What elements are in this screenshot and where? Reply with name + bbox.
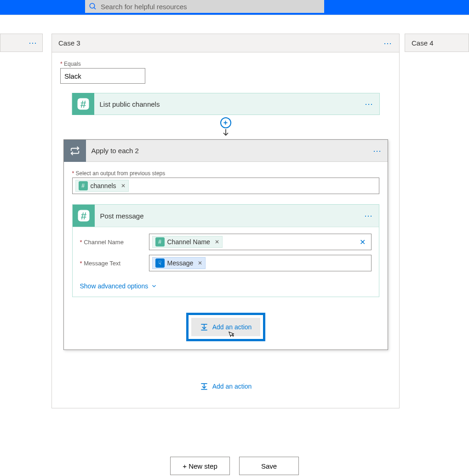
case-title: Case 3 [58, 39, 80, 47]
slack-icon: # [72, 93, 94, 115]
channel-name-input[interactable]: # Channel Name ✕ ✕ [149, 234, 372, 250]
token-label: Message [167, 259, 194, 267]
svg-text:#: # [80, 210, 86, 222]
close-icon[interactable]: ✕ [215, 239, 219, 245]
add-action-outer-button[interactable]: Add an action [200, 382, 252, 390]
post-message-header[interactable]: # Post message ⋯ [73, 205, 379, 227]
token-channel-name[interactable]: # Channel Name ✕ [152, 236, 223, 248]
svg-text:#: # [80, 98, 86, 110]
search-input[interactable]: Search for helpful resources [85, 0, 324, 13]
cursor-icon [227, 330, 235, 339]
svg-line-1 [94, 7, 96, 9]
message-text-input[interactable]: ☟ Message ✕ [149, 255, 372, 271]
ellipsis-icon[interactable]: ⋯ [383, 41, 393, 46]
close-icon[interactable]: ✕ [198, 260, 202, 266]
advanced-label: Show advanced options [80, 282, 149, 290]
message-text-label: Message Text [80, 260, 149, 267]
case-next-card[interactable]: Case 4 [405, 34, 469, 52]
chevron-down-icon [151, 283, 157, 289]
add-action-icon [200, 323, 209, 331]
add-action-label: Add an action [212, 383, 252, 390]
token-label: channels [91, 182, 116, 189]
equals-input[interactable] [60, 68, 145, 84]
apply-to-each-container: Apply to each 2 ⋯ Select an output from … [63, 139, 388, 350]
slack-icon: # [155, 237, 165, 247]
apply-header[interactable]: Apply to each 2 ⋯ [64, 140, 388, 162]
step-list-public-channels[interactable]: # List public channels ⋯ [72, 93, 380, 115]
clear-icon[interactable]: ✕ [357, 238, 368, 247]
dynamic-content-icon: ☟ [155, 258, 165, 268]
ellipsis-icon[interactable]: ⋯ [373, 149, 388, 153]
channel-name-label: Channel Name [80, 239, 149, 246]
case-prev-card[interactable]: ⋯ [0, 34, 43, 52]
ellipsis-icon[interactable]: ⋯ [29, 40, 38, 45]
search-placeholder: Search for helpful resources [101, 3, 187, 11]
save-button[interactable]: Save [239, 457, 299, 475]
flow-canvas: ⋯ Case 4 Case 3 ⋯ Equals # List public c… [0, 34, 469, 475]
ellipsis-icon[interactable]: ⋯ [365, 102, 379, 106]
show-advanced-options[interactable]: Show advanced options [80, 282, 158, 290]
token-channels[interactable]: # channels ✕ [75, 180, 129, 192]
slack-icon: # [73, 205, 95, 227]
close-icon[interactable]: ✕ [121, 183, 126, 189]
loop-icon [64, 140, 86, 162]
svg-point-0 [90, 3, 95, 8]
add-action-inner-button[interactable]: Add an action [191, 318, 260, 336]
footer-buttons: + New step Save [0, 457, 469, 475]
step-title: List public channels [94, 100, 365, 108]
search-icon [89, 2, 97, 11]
token-message[interactable]: ☟ Message ✕ [152, 257, 206, 269]
add-step-icon[interactable]: + [220, 117, 231, 128]
arrow-down-icon [221, 128, 230, 138]
new-step-button[interactable]: + New step [170, 457, 230, 475]
select-output-input[interactable]: # channels ✕ [72, 178, 379, 194]
case-main-card: Case 3 ⋯ Equals # List public channels ⋯… [51, 34, 400, 408]
add-action-highlight: Add an action [186, 313, 265, 341]
token-label: Channel Name [167, 238, 210, 246]
add-action-icon [200, 382, 209, 390]
slack-icon: # [79, 181, 88, 190]
post-message-title: Post message [95, 212, 364, 220]
apply-title: Apply to each 2 [86, 147, 373, 155]
select-output-label: Select an output from previous steps [72, 170, 379, 177]
ellipsis-icon[interactable]: ⋯ [364, 213, 379, 218]
equals-label: Equals [60, 61, 391, 67]
step-post-message: # Post message ⋯ Channel Name [72, 204, 379, 297]
top-bar: Search for helpful resources [0, 0, 469, 15]
case-header[interactable]: Case 3 ⋯ [52, 34, 399, 52]
case-next-title: Case 4 [412, 39, 434, 47]
